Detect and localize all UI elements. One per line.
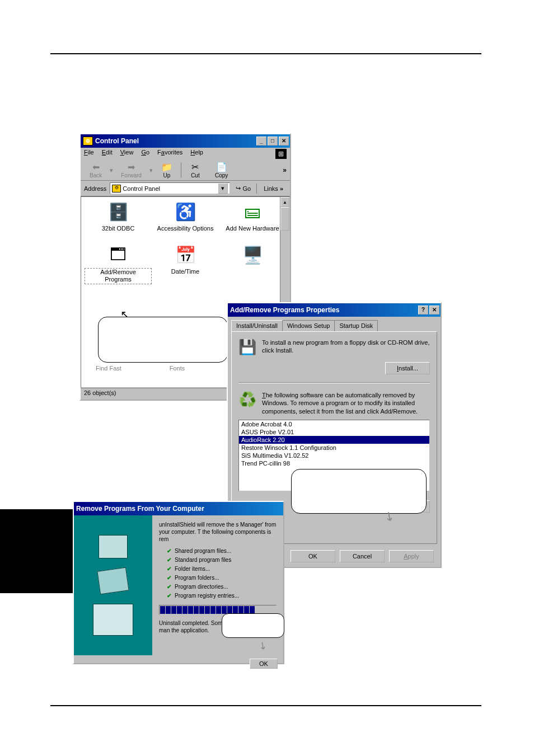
forward-icon: ➡ [125, 162, 138, 172]
go-button[interactable]: ↪Go [233, 185, 253, 192]
list-item[interactable]: Adobe Acrobat 4.0 [239, 420, 429, 428]
art-box-icon [97, 567, 129, 595]
menu-favorites[interactable]: Favorites [157, 149, 182, 159]
check-icon: ✔ [167, 584, 171, 590]
art-computer-icon [93, 604, 133, 636]
menu-view[interactable]: View [120, 149, 134, 159]
up-icon: 📁 [161, 162, 173, 172]
address-bar: Address ⚙ Control Panel ▾ ↪Go Links » [81, 181, 290, 196]
list-item-selected[interactable]: AudioRack 2.20 [239, 436, 429, 444]
help-button[interactable]: ? [418, 306, 428, 314]
page-rule-top [50, 53, 481, 54]
icon-accessibility[interactable]: ♿Accessibility Options [152, 200, 219, 232]
icon-add-remove-programs[interactable]: 🗔Add/Remove Programs [85, 243, 152, 284]
close-button[interactable]: ✕ [279, 137, 289, 145]
callout-bubble-3 [222, 613, 284, 638]
faded-row: Find Fast Fonts Ga [96, 365, 241, 372]
cut-icon: ✂ [189, 162, 202, 172]
sidebar-black [0, 509, 73, 593]
dialog-title: Add/Remove Programs Properties [230, 306, 339, 314]
install-section: 💾 To install a new program from a floppy… [238, 339, 430, 356]
toolbar-overflow[interactable]: » [283, 166, 287, 174]
menu-go[interactable]: Go [141, 149, 149, 159]
icon-32bit-odbc[interactable]: 🗄️32bit ODBC [85, 200, 152, 232]
close-button[interactable]: ✕ [429, 306, 439, 314]
odbc-icon: 🗄️ [106, 200, 130, 223]
uninstall-shield-window: Remove Programs From Your Computer unIns… [73, 501, 284, 664]
icon-date-time[interactable]: 📅Date/Time [152, 243, 219, 284]
menu-bar: File Edit View Go Favorites Help [81, 148, 290, 160]
display-icon: 🖥️ [241, 243, 264, 266]
accessibility-icon: ♿ [174, 200, 197, 223]
windows-logo-icon [275, 149, 287, 159]
address-combo[interactable]: ⚙ Control Panel ▾ [110, 182, 230, 194]
scroll-thumb[interactable] [280, 207, 289, 231]
icon-display[interactable]: 🖥️ [219, 243, 286, 284]
forward-button[interactable]: ➡Forward [115, 162, 147, 179]
list-item[interactable]: Restore Winsock 1.1 Configuration [239, 444, 429, 452]
callout-bubble [98, 317, 228, 363]
menu-edit[interactable]: Edit [102, 149, 113, 159]
check-icon: ✔ [167, 548, 171, 554]
tab-startup-disk[interactable]: Startup Disk [334, 320, 378, 331]
add-remove-icon: 🗔 [106, 243, 130, 266]
apply-button[interactable]: Apply [389, 550, 434, 562]
icon-add-hardware[interactable]: 🖴Add New Hardware [219, 200, 286, 232]
control-panel-icon: ⚙ [83, 137, 93, 145]
install-text: To install a new program from a floppy d… [262, 339, 430, 356]
install-button[interactable]: Install... [385, 362, 430, 374]
tab-strip: Install/Uninstall Windows Setup Startup … [228, 317, 441, 331]
address-label: Address [84, 185, 106, 192]
uninst-intro: unInstallShield will remove the s Manage… [159, 521, 277, 543]
go-icon: ↪ [236, 185, 241, 192]
copy-button[interactable]: 📄Copy [209, 162, 233, 179]
list-item[interactable]: ASUS Probe V2.01 [239, 428, 429, 436]
hardware-icon: 🖴 [241, 200, 264, 223]
list-item[interactable]: SiS Multimedia V1.02.52 [239, 452, 429, 459]
back-button[interactable]: ⬅Back [84, 162, 107, 179]
datetime-icon: 📅 [174, 243, 197, 266]
callout-bubble-2 [291, 469, 427, 514]
menu-help[interactable]: Help [190, 149, 203, 159]
cut-button[interactable]: ✂Cut [184, 162, 207, 179]
uninst-checklist: ✔Shared program files... ✔Standard progr… [167, 547, 277, 599]
art-box-icon [99, 535, 128, 558]
dialog-titlebar[interactable]: Add/Remove Programs Properties ? ✕ [228, 303, 441, 317]
tab-windows-setup[interactable]: Windows Setup [282, 320, 335, 331]
uninst-titlebar[interactable]: Remove Programs From Your Computer [74, 502, 283, 515]
check-icon: ✔ [167, 566, 171, 572]
up-button[interactable]: 📁Up [155, 162, 179, 179]
back-icon: ⬅ [90, 162, 102, 172]
window-title: Control Panel [95, 137, 139, 145]
folder-icon: ⚙ [112, 185, 121, 192]
tab-install-uninstall[interactable]: Install/Uninstall [231, 320, 283, 331]
install-disk-icon: 💾 [238, 339, 256, 356]
menu-file[interactable]: File [84, 149, 94, 159]
page-rule-bottom [50, 705, 481, 706]
cancel-button[interactable]: Cancel [340, 550, 385, 562]
recycle-icon: ♻️ [238, 391, 256, 409]
minimize-button[interactable]: _ [256, 137, 266, 145]
maximize-button[interactable]: □ [268, 137, 278, 145]
uninst-side-art [74, 515, 152, 655]
scroll-up-icon[interactable]: ▲ [280, 197, 289, 207]
check-icon: ✔ [167, 575, 171, 581]
address-value: Control Panel [123, 185, 160, 192]
titlebar[interactable]: ⚙ Control Panel _ □ ✕ [81, 134, 290, 148]
copy-icon: 📄 [216, 162, 228, 172]
check-icon: ✔ [167, 557, 171, 563]
chevron-down-icon[interactable]: ▾ [218, 183, 228, 194]
ok-button[interactable]: OK [291, 550, 335, 562]
list-item[interactable]: Trend PC-cillin 98 [239, 459, 429, 467]
uninst-ok-button[interactable]: OK [250, 659, 278, 669]
remove-text: The following software can be automatica… [262, 391, 430, 415]
links-button[interactable]: Links » [260, 185, 287, 192]
uninst-title: Remove Programs From Your Computer [76, 505, 204, 513]
check-icon: ✔ [167, 593, 171, 599]
remove-section: ♻️ The following software can be automat… [238, 391, 430, 415]
toolbar: ⬅Back ▾ ➡Forward ▾ 📁Up ✂Cut 📄Copy » [81, 160, 290, 181]
